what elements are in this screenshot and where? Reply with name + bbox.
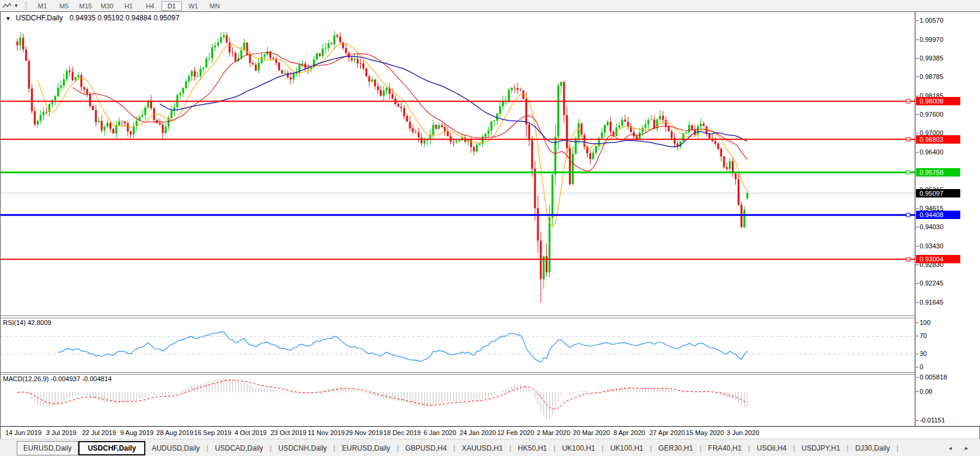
top-toolbar: ▼ M1M5M15M30H1H4D1W1MN xyxy=(0,0,980,11)
hline-anchor-handle[interactable] xyxy=(906,213,910,217)
chevron-down-icon: ▼ xyxy=(14,3,19,8)
chart-tab-hk50-h1[interactable]: HK50,H1 xyxy=(512,442,553,455)
hline-anchor-handle[interactable] xyxy=(906,257,910,261)
hline-price-tag: 0.94408 xyxy=(916,211,960,219)
price-tick-label: 1.00570 xyxy=(920,17,944,25)
hline-price-tag: 0.95758 xyxy=(916,168,960,177)
chart-tab-fra40-h1[interactable]: FRA40,H1 xyxy=(702,442,748,455)
timeframe-button-m30[interactable]: M30 xyxy=(97,1,117,11)
ma-fast-line xyxy=(38,43,747,227)
timeframe-button-m1[interactable]: M1 xyxy=(32,1,53,11)
chart-tab-usdcad-daily[interactable]: USDCAD,Daily xyxy=(209,442,269,455)
timeframe-button-w1[interactable]: W1 xyxy=(183,1,203,11)
hline-anchor-handle[interactable] xyxy=(906,138,910,141)
chart-tab-xauusd-h1[interactable]: XAUUSD,H1 xyxy=(456,442,509,455)
rsi-tick-label: 100 xyxy=(920,319,930,327)
macd-tick-label: -0.01151 xyxy=(920,417,945,424)
time-axis[interactable]: 14 Jun 20193 Jul 201922 Jul 20199 Aug 20… xyxy=(1,426,979,439)
macd-tick-label: 0.005818 xyxy=(920,373,947,381)
timeframe-buttons: M1M5M15M30H1H4D1W1MN xyxy=(32,1,226,11)
chart-tab-usdchf-daily[interactable]: USDCHF,Daily xyxy=(78,441,146,455)
price-tick-label: 0.97600 xyxy=(920,111,944,118)
collapse-chart-arrow-icon[interactable]: ▼ xyxy=(5,16,11,22)
timeframe-button-d1[interactable]: D1 xyxy=(162,1,182,11)
rsi-tick-label: 0 xyxy=(920,363,923,371)
chart-tab-uk100-h1[interactable]: UK100,H1 xyxy=(604,442,649,455)
macd-histogram xyxy=(17,378,747,420)
price-tick-label: 0.93430 xyxy=(920,242,944,250)
chart-tab-usdjpy-h1[interactable]: USDJPY,H1 xyxy=(796,442,846,455)
chart-tab-gbpusd-h4[interactable]: GBPUSD,H4 xyxy=(399,442,452,455)
chart-tab-dj30-daily[interactable]: DJ30,Daily xyxy=(849,442,896,455)
chart-tab-eurusd-daily[interactable]: EURUSD,Daily xyxy=(336,442,396,455)
price-tick-label: 0.96400 xyxy=(920,148,944,156)
macd-signal-line xyxy=(17,380,747,409)
timeframe-button-m5[interactable]: M5 xyxy=(54,1,74,11)
hline-anchor-handle[interactable] xyxy=(906,171,910,174)
price-tick-label: 0.98785 xyxy=(920,73,944,81)
price-axis[interactable]: 1.005700.999700.993850.987850.981850.976… xyxy=(915,12,980,426)
chart-tab-audusd-daily[interactable]: AUDUSD,Daily xyxy=(145,442,206,455)
price-tick-label: 0.91645 xyxy=(920,299,944,306)
toolbar-drag-handle[interactable] xyxy=(25,2,28,10)
candlestick-series xyxy=(16,31,748,302)
chart-tab-bar: EURUSD,DailyUSDCHF,DailyAUDUSD,Daily|USD… xyxy=(0,439,980,456)
timeframe-button-m15[interactable]: M15 xyxy=(75,1,96,11)
rsi-chart[interactable] xyxy=(1,318,915,372)
timeframe-button-h4[interactable]: H4 xyxy=(140,1,160,11)
hline-price-tag: 0.96803 xyxy=(916,135,960,144)
chart-line-tool-icon[interactable]: ▼ xyxy=(2,2,19,10)
chart-tabs: EURUSD,DailyUSDCHF,DailyAUDUSD,Daily|USD… xyxy=(0,441,899,455)
rsi-indicator-label: RSI(14) 42.8009 xyxy=(3,319,51,326)
chart-ohlc-values: 0.94935 0.95192 0.94884 0.95097 xyxy=(69,14,179,22)
chart-title: ▼ USDCHF,Daily 0.94935 0.95192 0.94884 0… xyxy=(4,14,179,22)
hline-anchor-handle[interactable] xyxy=(906,99,910,103)
rsi-indicator-pane[interactable] xyxy=(1,318,915,373)
price-chart-pane[interactable] xyxy=(1,12,915,316)
hline-price-tag: 0.98008 xyxy=(916,97,960,105)
timeframe-button-h1[interactable]: H1 xyxy=(118,1,139,11)
candlestick-chart[interactable] xyxy=(1,12,915,315)
chart-window: ▼ USDCHF,Daily 0.94935 0.95192 0.94884 0… xyxy=(0,11,980,439)
chart-tab-usdcnh-daily[interactable]: USDCNH,Daily xyxy=(272,442,333,455)
date-label: 3 Jun 2020 xyxy=(718,429,768,436)
price-tick-label: 0.94030 xyxy=(920,223,944,231)
chart-symbol-label: USDCHF,Daily xyxy=(16,14,63,22)
current-price-tag: 0.95097 xyxy=(916,189,960,197)
chart-tab-usoil-h4[interactable]: USOil,H4 xyxy=(751,442,793,455)
macd-indicator-label: MACD(12,26,9) -0.004937 -0.004814 xyxy=(3,375,112,382)
tab-scroll-arrows[interactable]: ◄ ► xyxy=(948,445,974,451)
price-tick-label: 0.99970 xyxy=(920,36,944,44)
macd-chart[interactable] xyxy=(1,375,915,427)
rsi-tick-label: 70 xyxy=(920,332,927,340)
ma-medium-line xyxy=(72,52,747,171)
rsi-tick-label: 30 xyxy=(920,350,927,358)
chart-tab-uk100-h1[interactable]: UK100,H1 xyxy=(556,442,601,455)
price-tick-label: 0.99385 xyxy=(920,54,944,62)
hline-price-tag: 0.93004 xyxy=(916,255,960,263)
chart-tab-ger30-h1[interactable]: GER30,H1 xyxy=(652,442,699,455)
timeframe-button-mn[interactable]: MN xyxy=(205,1,225,11)
chart-tab-eurusd-daily[interactable]: EURUSD,Daily xyxy=(17,441,78,455)
macd-indicator-pane[interactable] xyxy=(1,374,915,427)
price-tick-label: 0.92245 xyxy=(920,279,944,287)
macd-tick-label: 0.00 xyxy=(920,388,932,396)
tab-separator: | xyxy=(896,444,899,452)
